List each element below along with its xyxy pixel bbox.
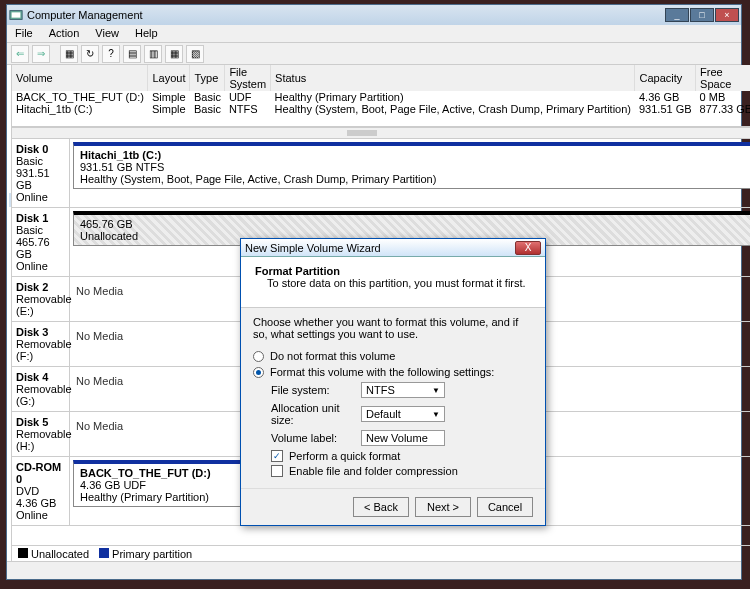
legend: Unallocated Primary partition [12,545,750,561]
close-button[interactable]: × [715,8,739,22]
radio-icon[interactable] [253,351,264,362]
toolbar-icon[interactable]: ▥ [144,45,162,63]
app-icon [9,8,23,22]
dialog-close-button[interactable]: X [515,241,541,255]
help-button[interactable]: ? [102,45,120,63]
vol-label: Volume label: [271,432,361,444]
dialog-titlebar: New Simple Volume Wizard X [241,239,545,257]
fs-select[interactable]: NTFS▼ [361,382,445,398]
option-format[interactable]: Format this volume with the following se… [253,366,533,378]
dialog-title: New Simple Volume Wizard [245,242,515,254]
col-fs[interactable]: File System [225,65,271,91]
checkbox-icon[interactable] [271,465,283,477]
refresh-button[interactable]: ↻ [81,45,99,63]
titlebar: Computer Management _ □ × [7,5,741,25]
back-button[interactable]: < Back [353,497,409,517]
col-status[interactable]: Status [271,65,635,91]
col-free[interactable]: Free Space [696,65,750,91]
toolbar-icon[interactable]: ▧ [186,45,204,63]
new-simple-volume-wizard: New Simple Volume Wizard X Format Partit… [240,238,546,526]
menu-action[interactable]: Action [41,25,88,42]
menu-help[interactable]: Help [127,25,166,42]
menu-view[interactable]: View [87,25,127,42]
menubar: File Action View Help [7,25,741,43]
fs-label: File system: [271,384,361,396]
next-button[interactable]: Next > [415,497,471,517]
alloc-label: Allocation unit size: [271,402,361,426]
col-layout[interactable]: Layout [148,65,190,91]
minimize-button[interactable]: _ [665,8,689,22]
dialog-prompt: Choose whether you want to format this v… [253,316,533,340]
statusbar [7,561,741,579]
scrollbar[interactable] [12,127,750,139]
window-title: Computer Management [27,9,665,21]
option-no-format[interactable]: Do not format this volume [253,350,533,362]
forward-button[interactable]: ⇒ [32,45,50,63]
toolbar: ⇐ ⇒ ▦ ↻ ? ▤ ▥ ▦ ▧ [7,43,741,65]
radio-icon[interactable] [253,367,264,378]
checkbox-icon[interactable]: ✓ [271,450,283,462]
chevron-down-icon: ▼ [432,410,440,419]
partition[interactable]: Hitachi_1tb (C:)931.51 GB NTFSHealthy (S… [73,142,750,189]
dialog-heading: Format Partition [255,265,531,277]
col-capacity[interactable]: Capacity [635,65,696,91]
back-button[interactable]: ⇐ [11,45,29,63]
compression-checkbox[interactable]: Enable file and folder compression [271,465,533,477]
quick-format-checkbox[interactable]: ✓Perform a quick format [271,450,533,462]
toolbar-icon[interactable]: ▤ [123,45,141,63]
volume-label-input[interactable]: New Volume [361,430,445,446]
volume-row[interactable]: Hitachi_1tb (C:)SimpleBasicNTFSHealthy (… [12,103,750,115]
menu-file[interactable]: File [7,25,41,42]
chevron-down-icon: ▼ [432,386,440,395]
disk-row[interactable]: Disk 0Basic931.51 GBOnline Hitachi_1tb (… [12,139,750,208]
alloc-select[interactable]: Default▼ [361,406,445,422]
col-volume[interactable]: Volume [12,65,148,91]
maximize-button[interactable]: □ [690,8,714,22]
toolbar-icon[interactable]: ▦ [60,45,78,63]
cancel-button[interactable]: Cancel [477,497,533,517]
volume-row[interactable]: BACK_TO_THE_FUT (D:)SimpleBasicUDFHealth… [12,91,750,103]
dialog-subheading: To store data on this partition, you mus… [255,277,531,289]
toolbar-icon[interactable]: ▦ [165,45,183,63]
svg-rect-1 [12,12,21,17]
col-type[interactable]: Type [190,65,225,91]
volume-list[interactable]: Volume Layout Type File System Status Ca… [12,65,750,127]
